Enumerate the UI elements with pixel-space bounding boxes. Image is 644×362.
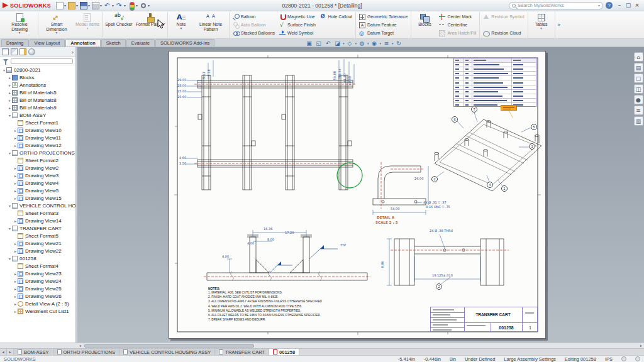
appearances-icon[interactable]: ● <box>634 95 643 104</box>
file-explorer-icon[interactable]: ▢ <box>634 74 643 83</box>
dropdown-caret-icon[interactable]: ▾ <box>76 3 78 8</box>
dropdown-caret-icon[interactable]: ▾ <box>124 3 126 8</box>
status-icon[interactable] <box>635 356 640 361</box>
drawing-sheet[interactable]: 29.0028.0025.0025.604.603.505.135.1850.8… <box>169 51 546 339</box>
property-manager-tab-icon[interactable] <box>11 48 18 55</box>
sheet-tab-001258[interactable]: 001258 <box>269 349 299 355</box>
collapse-arrow-icon[interactable]: ▾ <box>8 151 12 155</box>
dropdown-caret-icon[interactable]: ▾ <box>380 41 382 45</box>
status-assembly-mode[interactable]: Large Assembly Settings <box>504 356 556 362</box>
balloon-2[interactable]: 2 <box>431 176 438 182</box>
dropdown-caret-icon[interactable]: ▾ <box>56 31 58 35</box>
sheet-nav-next-icon[interactable]: ▸ <box>7 349 14 355</box>
tree-item-drawing-view2[interactable]: ▸Drawing View2 <box>0 164 75 172</box>
resources-icon[interactable]: ⌂ <box>634 52 643 62</box>
expand-arrow-icon[interactable]: ▸ <box>8 83 12 87</box>
expand-arrow-icon[interactable]: ▸ <box>13 173 18 178</box>
tab-view-layout[interactable]: View Layout <box>30 39 65 47</box>
revision-symbol-button[interactable]: Revision Symbol <box>481 13 526 21</box>
filter-funnel-icon[interactable] <box>3 59 8 62</box>
dropdown-caret-icon[interactable]: ▾ <box>367 41 369 45</box>
close-button[interactable]: × <box>633 1 641 9</box>
search-input[interactable]: Search MySolidWorks ▾ <box>509 2 603 9</box>
tables-button[interactable]: Tables ▾ <box>530 12 553 38</box>
expand-arrow-icon[interactable]: ▸ <box>13 128 18 133</box>
note-button[interactable]: Note ▾ <box>169 12 193 38</box>
centerline-button[interactable]: Centerline <box>437 21 478 29</box>
balloon-button[interactable]: Balloon <box>231 13 277 21</box>
balloon-4[interactable]: 4 <box>487 182 493 188</box>
balloon-5[interactable]: 5 <box>531 124 537 130</box>
weld-symbol-button[interactable]: Weld Symbol <box>277 29 318 37</box>
revision-cloud-button[interactable]: Revision Cloud <box>481 29 526 37</box>
tree-item-blocks[interactable]: ▸Blocks <box>0 74 75 81</box>
tree-item-sheet-format1[interactable]: Sheet Format1 <box>0 119 75 126</box>
display-style-icon[interactable]: ◍ <box>358 40 366 48</box>
dropdown-caret-icon[interactable]: ▾ <box>343 41 345 45</box>
tab-annotation[interactable]: Annotation <box>65 39 101 47</box>
tree-item-drawing-view4[interactable]: ▸Drawing View4 <box>0 179 75 187</box>
magnetic-line-button[interactable]: Magnetic Line <box>277 13 318 21</box>
sheet-tab-transfer-cart[interactable]: TRANSFER CART <box>215 349 269 355</box>
hole-callout-button[interactable]: Hole Callout <box>318 13 354 21</box>
tree-item-drawing-view10[interactable]: ▸Drawing View10 <box>0 126 75 134</box>
previous-view-icon[interactable]: ↶ <box>324 40 332 48</box>
tree-item-sheet-format3[interactable]: Sheet Format3 <box>0 209 75 217</box>
design-library-icon[interactable]: ▤ <box>634 63 643 72</box>
stacked-balloons-button[interactable]: Stacked Balloons <box>231 29 277 37</box>
status-units[interactable]: IPS <box>605 356 613 362</box>
dropdown-caret-icon[interactable]: ▾ <box>392 41 394 45</box>
view-palette-icon[interactable]: ◫ <box>634 84 643 94</box>
save-icon[interactable] <box>80 2 87 9</box>
selected-flag-note[interactable] <box>501 105 517 111</box>
redo-icon[interactable] <box>116 2 123 9</box>
expand-arrow-icon[interactable]: ▸ <box>13 241 18 246</box>
scrollbar-thumb[interactable] <box>84 344 254 348</box>
spell-checker-button[interactable]: Spell Checker <box>104 12 134 38</box>
tree-item-drawing-view23[interactable]: ▸Drawing View23 <box>0 270 75 277</box>
status-icon[interactable] <box>621 356 626 361</box>
center-mark-button[interactable]: Center Mark <box>437 13 478 21</box>
expand-arrow-icon[interactable]: ▸ <box>13 196 18 200</box>
balloon-6[interactable]: 6 <box>452 116 458 123</box>
blocks-button[interactable]: Blocks <box>413 12 436 38</box>
expand-arrow-icon[interactable]: ▸ <box>13 294 18 299</box>
tree-root-item[interactable]: ▾ 02800-2021 <box>0 66 75 74</box>
tree-item-bill-of-materials5[interactable]: ▸Bill of Materials5 <box>0 89 75 96</box>
tree-item-sheet-format2[interactable]: Sheet Format2 <box>0 156 75 164</box>
expand-arrow-icon[interactable]: ▸ <box>13 287 18 291</box>
balloon-2[interactable]: 2 <box>436 283 442 290</box>
tree-item-bill-of-materials8[interactable]: ▸Bill of Materials8 <box>0 96 75 104</box>
tab-sketch[interactable]: Sketch <box>101 39 126 47</box>
expand-arrow-icon[interactable]: ▸ <box>13 136 18 140</box>
tree-item-drawing-view24[interactable]: ▸Drawing View24 <box>0 277 75 285</box>
dropdown-caret-icon[interactable]: ▾ <box>64 3 66 8</box>
expand-arrow-icon[interactable]: ▸ <box>13 302 18 306</box>
section-view-icon[interactable]: ◪ <box>333 40 341 48</box>
new-icon[interactable] <box>56 2 64 9</box>
tree-item-sheet-format4[interactable]: Sheet Format4 <box>0 262 75 270</box>
view-orientation-icon[interactable]: ◇ <box>346 40 354 48</box>
options-icon[interactable] <box>140 2 147 9</box>
sheet-tab-vehicle-control-housing-assy[interactable]: VEHICLE CONTROL HOUSING ASSY <box>119 349 215 355</box>
expand-arrow-icon[interactable]: ▸ <box>8 106 12 110</box>
auto-balloon-button[interactable]: Auto Balloon <box>231 21 277 29</box>
tree-item-weldment-cut-list1[interactable]: ▸Weldment Cut List1 <box>0 307 75 315</box>
dropdown-caret-icon[interactable]: ▾ <box>540 27 542 31</box>
collapse-arrow-icon[interactable]: ▾ <box>8 226 12 231</box>
tree-item-001258[interactable]: ▾001258 <box>0 255 75 262</box>
smart-dimension-button[interactable]: Smart Dimension ▾ <box>40 12 74 38</box>
open-icon[interactable] <box>68 2 75 9</box>
balloon-7[interactable]: 7 <box>471 106 477 112</box>
tree-item-drawing-view14[interactable]: ▸Drawing View14 <box>0 217 75 224</box>
ribbon-overflow-button[interactable]: » <box>555 22 564 28</box>
tree-filter-input[interactable] <box>11 58 73 64</box>
balloon-1[interactable]: 1 <box>501 185 508 192</box>
dropdown-caret-icon[interactable]: ▾ <box>19 31 21 35</box>
dropdown-caret-icon[interactable]: ▾ <box>148 3 150 8</box>
expand-arrow-icon[interactable]: ▸ <box>8 98 12 102</box>
sheet-tab-ortho-projections[interactable]: ORTHO PROJECTIONS <box>53 349 119 355</box>
maximize-button[interactable]: ▢ <box>624 1 633 9</box>
expand-arrow-icon[interactable]: ▸ <box>13 272 18 276</box>
tree-item-ortho-projections[interactable]: ▾ORTHO PROJECTIONS <box>0 149 75 156</box>
